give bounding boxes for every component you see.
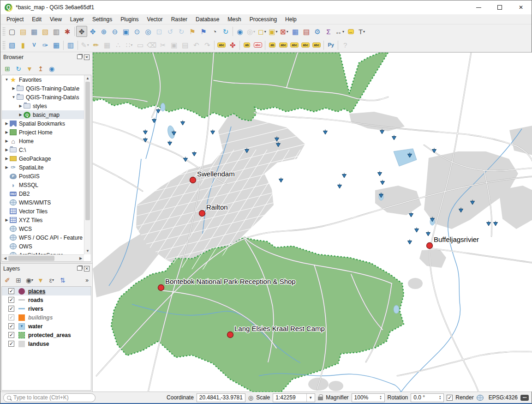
save-project-as-button[interactable]: ▧ [40,26,51,37]
lock-scale-icon[interactable] [318,397,323,400]
browser-item-postgis[interactable]: PostGIS [2,172,84,181]
change-label-button[interactable]: abc [311,40,322,51]
layout-manager-button[interactable]: ▥ [51,26,62,37]
open-layer-styling-button[interactable]: ✐ [2,275,12,285]
chevron-down-icon[interactable]: ▾ [363,30,365,34]
browser-item-wfs-ogc-api-feature[interactable]: WFS / OGC API - Feature [2,233,84,242]
scroll-down-icon[interactable]: ▼ [84,248,91,254]
expander-icon[interactable]: ▼ [4,78,10,82]
refresh-browser-button[interactable]: ↻ [13,64,24,74]
browser-item-arcgismapserver[interactable]: ArcGisMapServer [2,251,84,254]
browser-item-home[interactable]: ▶Home [2,137,84,145]
expander-icon[interactable]: ▶ [4,148,10,152]
minimize-button[interactable] [468,0,489,14]
menu-view[interactable]: View [46,15,66,24]
datasource-manager-button[interactable]: ▥ [65,40,76,51]
menu-settings[interactable]: Settings [88,15,116,24]
layer-checkbox[interactable]: ✓ [8,297,14,303]
menu-plugins[interactable]: Plugins [116,15,143,24]
expander-icon[interactable]: ▶ [4,165,10,169]
identify-features-button[interactable]: ◉ [234,26,245,37]
expander-icon[interactable]: ▶ [4,157,10,161]
map-tips-button[interactable]: … [345,26,356,37]
chevron-down-icon[interactable]: ▾ [253,30,255,34]
select-features-button[interactable]: ◻▾ [257,26,268,37]
layer-checkbox[interactable]: ✓ [8,314,14,320]
new-geopackage-layer-button[interactable]: ▮ [18,40,29,51]
maximize-button[interactable] [489,0,510,14]
move-label-button[interactable]: abc [289,40,300,51]
chevron-down-icon[interactable]: ▼ [306,394,312,402]
browser-item-xyz-tiles[interactable]: ▶XYZ Tiles [2,216,84,224]
new-project-button[interactable]: ▢ [6,26,18,37]
layer-item-protected_areas[interactable]: ✓protected_areas [2,331,91,339]
browser-float-icon[interactable] [77,54,82,59]
style-manager-button[interactable]: ✱ [62,26,73,37]
expander-icon[interactable]: ▶ [4,218,10,222]
pan-to-selection-button[interactable]: ✥ [87,26,98,37]
filter-browser-button[interactable]: ▼ [24,64,35,74]
menu-processing[interactable]: Processing [245,15,281,24]
new-bookmark-button[interactable]: ⚑ [187,26,198,37]
browser-item-favorites[interactable]: ▼Favorites [2,75,84,84]
collapse-all-button[interactable]: ↥ [36,64,46,74]
layer-checkbox[interactable]: ✓ [8,332,14,338]
layer-diagram-button[interactable]: ✤ [227,40,238,51]
menu-project[interactable]: Project [2,15,28,24]
expander-icon[interactable]: ▼ [11,95,17,99]
zoom-full-button[interactable]: ▣ [120,26,132,37]
new-spatialite-layer-button[interactable]: ✑ [40,40,51,51]
menu-database[interactable]: Database [191,15,223,24]
save-project-button[interactable]: ▦ [29,26,40,37]
layer-item-water[interactable]: ✓▼water [2,322,91,331]
pin-labels-button[interactable]: ab [241,40,252,51]
expander-icon[interactable]: ▶ [4,121,10,126]
pan-map-button[interactable]: ✥ [76,26,87,37]
browser-close-icon[interactable]: ✕ [84,54,90,60]
processing-toolbox-button[interactable]: ⚙ [312,26,323,37]
browser-item-geopackage[interactable]: ▶GeoPackage [2,154,84,163]
open-project-button[interactable]: ▤ [18,26,29,37]
show-statistics-sum-button[interactable]: Σ [323,26,334,37]
map-canvas[interactable]: SwellendamRailtonBuffeljagsrivierBontebo… [93,52,532,392]
layer-checkbox[interactable]: ✓ [8,306,14,312]
menu-help[interactable]: Help [281,15,301,24]
browser-item-styles[interactable]: ▶styles [2,102,84,110]
temporal-controller-button[interactable]: ◔ [209,26,220,37]
toolbar-grip[interactable] [2,40,6,50]
select-by-value-button[interactable]: ▣▾ [268,26,279,37]
rotate-label-button[interactable]: abc [300,40,311,51]
menu-edit[interactable]: Edit [28,15,46,24]
add-selected-layers-button[interactable]: ⊞ [2,64,12,74]
browser-item-ows[interactable]: OWS [2,242,84,251]
toolbar-grip[interactable] [2,26,6,36]
toggle-extents-icon[interactable]: ◎ [248,394,253,401]
toggle-editing-button[interactable]: ✏ [90,40,102,51]
zoom-in-button[interactable]: ⊕ [98,26,109,37]
zoom-to-selection-button[interactable]: ⊙ [132,26,143,37]
layers-float-icon[interactable] [77,266,82,271]
scroll-up-icon[interactable]: ▲ [84,75,91,82]
locate-input[interactable]: Type to locate (Ctrl+K) [3,393,96,402]
refresh-map-button[interactable]: ↻ [220,26,231,37]
magnifier-spinner[interactable]: 100%▲▼ [352,393,385,402]
layer-checkbox[interactable]: ✓ [8,323,14,329]
scroll-right-icon[interactable]: ▶ [78,256,84,260]
toolbar-overflow-button[interactable]: » [85,277,90,283]
layer-checkbox[interactable]: ✓ [8,288,14,294]
browser-item-vector-tiles[interactable]: Vector Tiles [2,207,84,216]
show-bookmarks-button[interactable]: ⚑ [198,26,209,37]
new-shapefile-layer-button[interactable]: V [29,40,40,51]
expander-icon[interactable]: ▶ [11,86,17,90]
chevron-down-icon[interactable]: ▾ [87,43,89,47]
chevron-down-icon[interactable]: ▾ [264,30,266,34]
filter-by-expression-button[interactable]: ε▾ [47,275,57,285]
chevron-down-icon[interactable]: ▾ [342,30,344,34]
add-group-button[interactable]: ⊞ [13,275,24,285]
browser-item-wcs[interactable]: WCS [2,224,84,233]
chevron-down-icon[interactable]: ▾ [287,30,288,34]
text-annotation-button[interactable]: T▾ [356,26,367,37]
chevron-down-icon[interactable]: ▾ [276,30,278,34]
browser-item-qgis-training-data-e[interactable]: ▶QGIS-Training-Data\e [2,84,84,93]
browser-vertical-scrollbar[interactable]: ▲ ▼ [84,75,91,254]
